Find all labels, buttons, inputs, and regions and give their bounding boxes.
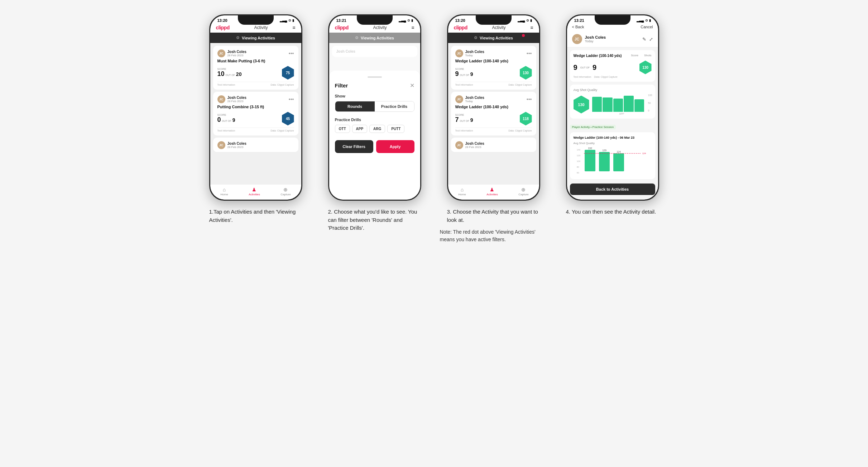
viewing-text-2: Viewing Activities xyxy=(361,36,394,40)
battery-icon-4: ▮ xyxy=(649,19,651,22)
tab-activities-label-3: Activities xyxy=(486,193,498,196)
activity-card-1-1[interactable]: JC Josh Coles 28 Feb 2023 ••• Must Make … xyxy=(213,46,298,90)
tab-capture-1[interactable]: ⊕ Capture xyxy=(280,187,291,196)
nav-title-1: Activity xyxy=(254,25,268,30)
battery-icon-3: ▮ xyxy=(530,19,532,22)
viewing-banner-1[interactable]: ⚙ Viewing Activities xyxy=(210,33,301,43)
footer-right-3-1: Data: Clippd Capture xyxy=(508,84,532,86)
detail-score-labels-4: Score Shots xyxy=(631,54,651,57)
avg-hex-4: 130 xyxy=(574,96,589,114)
viewing-banner-3[interactable]: ⚙ Viewing Activities xyxy=(448,33,539,43)
avg-sq-content-4: 130 100 50 0 xyxy=(574,94,652,115)
toggle-practice-drills-2[interactable]: Practice Drills xyxy=(375,101,414,111)
tab-activities-3[interactable]: ♟ Activities xyxy=(486,187,498,196)
chip-putt-2[interactable]: PUTT xyxy=(387,125,404,133)
card-user-row-3-1: JC Josh Coles Today xyxy=(455,49,484,57)
stat-score-label-1-2: Score xyxy=(217,114,235,116)
wifi-icon-2: ⊙ xyxy=(407,19,410,22)
tab-capture-3[interactable]: ⊕ Capture xyxy=(518,187,528,196)
tab-capture-label-3: Capture xyxy=(518,193,528,196)
footer-left-3-2: Test Information xyxy=(455,129,473,132)
chart-bar-4-4 xyxy=(624,96,634,112)
chart-bar-4-2 xyxy=(603,97,613,112)
card-user-row-3-2: JC Josh Coles Today xyxy=(455,95,484,103)
cancel-btn-4[interactable]: Cancel xyxy=(641,25,653,29)
tab-home-1[interactable]: ⌂ Home xyxy=(220,187,228,196)
avatar-3-3: JC xyxy=(455,141,463,149)
nav-title-3: Activity xyxy=(492,25,506,30)
hex-value-3-2: 118 xyxy=(523,117,529,121)
stat-shots-1-1: 20 xyxy=(236,71,242,77)
back-to-activities-btn-4[interactable]: Back to Activities xyxy=(570,184,655,195)
signal-icon-4: ▂▃▄ xyxy=(637,19,644,22)
apply-btn-2[interactable]: Apply xyxy=(376,140,414,153)
stat-value-row-3-2: 7 OUT OF 9 xyxy=(455,116,473,124)
card-header-3-3: JC Josh Coles 28 Feb 2023 xyxy=(455,141,532,149)
card-user-row-1-1: JC Josh Coles 28 Feb 2023 xyxy=(217,49,246,57)
expand-icon-4[interactable]: ⤢ xyxy=(649,37,653,42)
capture-icon-3: ⊕ xyxy=(521,187,526,192)
card-dots-3-2[interactable]: ••• xyxy=(527,96,532,102)
footer-left-3-1: Test Information xyxy=(455,84,473,86)
card-dots-1-1[interactable]: ••• xyxy=(289,51,294,56)
menu-icon-1[interactable]: ≡ xyxy=(292,25,295,30)
home-icon-1: ⌂ xyxy=(223,187,226,192)
detail-user-date-4: Today xyxy=(585,39,606,43)
filter-close-btn-2[interactable]: ✕ xyxy=(410,82,414,89)
svg-text:124: 124 xyxy=(642,152,646,154)
card-user-name-3-3: Josh Coles xyxy=(465,142,484,146)
menu-icon-3[interactable]: ≡ xyxy=(530,25,533,30)
stat-outof-1-1: OUT OF xyxy=(226,74,235,76)
hex-value-1-2: 45 xyxy=(286,117,290,121)
activity-card-3-2[interactable]: JC Josh Coles Today ••• Wedge Ladder (10… xyxy=(451,92,536,135)
activity-card-3-1[interactable]: JC Josh Coles Today ••• Wedge Ladder (10… xyxy=(451,46,536,90)
detail-score-card-4: Wedge Ladder (100-140 yds) Score Shots 9… xyxy=(570,50,655,82)
svg-rect-5 xyxy=(585,150,595,171)
notch-2 xyxy=(357,15,393,25)
phone-4-screen: 13:21 ▂▃▄ ⊙ ▮ < Back Cancel JC xyxy=(567,15,658,200)
svg-text:129: 129 xyxy=(602,149,606,152)
detail-hex-4: 130 xyxy=(639,61,652,74)
detail-hex-shape-4: 130 xyxy=(639,61,652,74)
y-label-50: 50 xyxy=(648,102,652,104)
detail-score-header-4: Wedge Ladder (100-140 yds) Score Shots xyxy=(574,54,652,58)
filter-icon-2: ⚙ xyxy=(355,35,359,40)
card-user-date-3-1: Today xyxy=(465,54,484,57)
chart-bar-4-3 xyxy=(613,99,623,112)
card-header-1-3: JC Josh Coles 28 Feb 2023 xyxy=(217,141,294,149)
bottom-tabs-1: ⌂ Home ♟ Activities ⊕ Capture xyxy=(210,184,301,200)
viewing-banner-2[interactable]: ⚙ Viewing Activities xyxy=(329,33,420,43)
detail-action-icons-4: ✎ ⤢ xyxy=(642,37,653,42)
activity-subtitle-4: Avg Shot Quality xyxy=(574,142,652,145)
tab-activities-1[interactable]: ♟ Activities xyxy=(249,187,260,196)
tab-home-3[interactable]: ⌂ Home xyxy=(458,187,466,196)
card-header-1-2: JC Josh Coles 28 Feb 2023 ••• xyxy=(217,95,294,103)
tab-activities-label-1: Activities xyxy=(249,193,260,196)
card-dots-1-2[interactable]: ••• xyxy=(289,96,294,102)
card-user-date-3-2: Today xyxy=(465,100,484,103)
activity-card-1-2[interactable]: JC Josh Coles 28 Feb 2023 ••• Putting Co… xyxy=(213,92,298,135)
card-user-info-3-1: Josh Coles Today xyxy=(465,50,484,57)
card-stats-1-2: Score 0 OUT OF 9 45 xyxy=(217,112,294,125)
battery-icon-2: ▮ xyxy=(411,19,413,22)
clear-filters-btn-2[interactable]: Clear Filters xyxy=(335,140,373,153)
avatar-1-3: JC xyxy=(217,141,225,149)
card-user-name-1-3: Josh Coles xyxy=(227,142,246,146)
caption-3: 3. Choose the Activity that you want to … xyxy=(447,208,540,224)
edit-icon-4[interactable]: ✎ xyxy=(642,37,646,42)
status-icons-1: ▂▃▄ ⊙ ▮ xyxy=(280,19,294,22)
stat-outof-3-1: OUT OF xyxy=(460,74,469,76)
stat-label-3-1: Score xyxy=(455,68,473,70)
chip-app-2[interactable]: APP xyxy=(352,125,368,133)
card-footer-3-2: Test Information Data: Clippd Capture xyxy=(455,128,532,132)
menu-icon-2[interactable]: ≡ xyxy=(411,25,414,30)
card-user-name-3-2: Josh Coles xyxy=(465,96,484,100)
chip-arg-2[interactable]: ARG xyxy=(369,125,385,133)
card-stats-3-2: Score 7 OUT OF 9 118 xyxy=(455,112,532,125)
screen-content-1: JC Josh Coles 28 Feb 2023 ••• Must Make … xyxy=(210,43,301,184)
filter-title-2: Filter xyxy=(335,82,348,89)
card-dots-3-1[interactable]: ••• xyxy=(527,51,532,56)
back-btn-4[interactable]: < Back xyxy=(572,25,584,29)
toggle-rounds-2[interactable]: Rounds xyxy=(335,101,375,111)
chip-ott-2[interactable]: OTT xyxy=(335,125,350,133)
